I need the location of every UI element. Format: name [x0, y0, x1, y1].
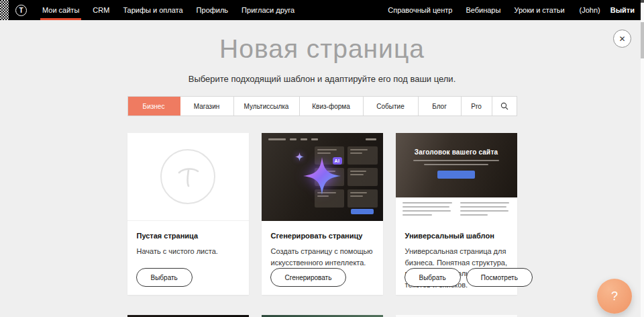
window-edge-texture: [0, 0, 9, 20]
close-button[interactable]: ✕: [613, 30, 631, 48]
preview-cta-button: [437, 171, 475, 179]
card-body: Пустая страница Начать с чистого листа.: [127, 221, 249, 257]
tab-event[interactable]: Событие: [364, 97, 419, 116]
tilda-logo-letter: T: [19, 7, 23, 14]
nav-help-center[interactable]: Справочный центр: [381, 0, 459, 20]
new-page-dialog: ✕ Новая страница Выберите подходящий шаб…: [0, 20, 644, 317]
choose-button[interactable]: Выбрать: [136, 268, 193, 287]
tab-pro[interactable]: Pro: [462, 97, 492, 116]
tilda-watermark-icon: [160, 149, 215, 204]
card-description: Создать страницу с помощью искусственног…: [271, 246, 374, 268]
card-description: Начать с чистого листа.: [137, 246, 239, 257]
card-actions: Сгенерировать: [270, 268, 347, 287]
tab-store[interactable]: Магазин: [180, 97, 234, 116]
preview-caption-bar: [413, 160, 499, 161]
preview-heading: Заголовок вашего сайта: [415, 148, 498, 156]
universal-template-preview[interactable]: Заголовок вашего сайта: [396, 133, 517, 221]
page-scrollbar: [641, 0, 644, 317]
ai-generate-preview[interactable]: AI: [262, 133, 383, 221]
preview-blue-button: [351, 209, 374, 214]
preview-caption-bar: [424, 164, 488, 165]
close-icon: ✕: [619, 34, 625, 44]
tilda-logo[interactable]: T: [15, 5, 27, 16]
page-subtitle: Выберите подходящий шаблон и адаптируйте…: [0, 74, 644, 84]
secondary-menu: Справочный центр Вебинары Уроки и статьи…: [381, 0, 644, 20]
user-name: (John): [580, 6, 600, 14]
generate-button[interactable]: Сгенерировать: [270, 268, 347, 287]
nav-profile[interactable]: Профиль: [190, 0, 235, 20]
scrollbar-thumb[interactable]: [641, 22, 644, 58]
top-navbar: T Мои сайты CRM Тарифы и оплата Профиль …: [0, 0, 644, 20]
scrollbar-arrow[interactable]: [641, 0, 644, 3]
card-title: Пустая страница: [137, 232, 239, 240]
blank-page-preview[interactable]: [127, 133, 249, 221]
tab-quiz-form[interactable]: Квиз-форма: [300, 97, 364, 116]
search-icon: [500, 102, 508, 110]
view-button[interactable]: Посмотреть: [466, 268, 533, 287]
tab-multilink[interactable]: Мультиссылка: [234, 97, 300, 116]
choose-button[interactable]: Выбрать: [405, 268, 461, 287]
tab-search[interactable]: [492, 97, 517, 116]
logout-link[interactable]: Выйти: [604, 0, 636, 20]
card-title: Сгенерировать страницу: [271, 232, 374, 240]
template-card-universal: Заголовок вашего сайта Универсальный шаб…: [396, 133, 517, 295]
card-actions: Выбрать: [136, 268, 193, 287]
help-button[interactable]: ?: [597, 279, 632, 314]
preview-hero: Заголовок вашего сайта: [396, 133, 517, 197]
nav-crm[interactable]: CRM: [86, 0, 116, 20]
preview-text-section: [396, 197, 517, 221]
card-actions: Выбрать Посмотреть: [405, 268, 533, 287]
template-card-ai-generate: AI Сгенерировать страницу Создать страни…: [262, 133, 383, 295]
nav-invite-friend[interactable]: Пригласи друга: [235, 0, 301, 20]
question-mark-icon: ?: [611, 289, 618, 304]
nav-my-sites[interactable]: Мои сайты: [36, 0, 86, 20]
tab-business[interactable]: Бизнес: [128, 97, 180, 116]
card-body: Сгенерировать страницу Создать страницу …: [262, 221, 383, 268]
nav-tariffs[interactable]: Тарифы и оплата: [116, 0, 189, 20]
preview-header-bars: [268, 138, 376, 140]
ai-badge: AI: [333, 157, 342, 165]
main-menu: Мои сайты CRM Тарифы и оплата Профиль Пр…: [36, 0, 301, 20]
nav-webinars[interactable]: Вебинары: [459, 0, 507, 20]
card-title: Универсальный шаблон: [405, 232, 508, 240]
template-card-blank: Пустая страница Начать с чистого листа. …: [127, 133, 249, 295]
template-grid: Пустая страница Начать с чистого листа. …: [127, 133, 517, 317]
nav-lessons[interactable]: Уроки и статьи: [507, 0, 571, 20]
tab-blog[interactable]: Блог: [419, 97, 462, 116]
page-title: Новая страница: [0, 34, 644, 64]
template-category-tabs: Бизнес Магазин Мультиссылка Квиз-форма С…: [127, 96, 517, 116]
